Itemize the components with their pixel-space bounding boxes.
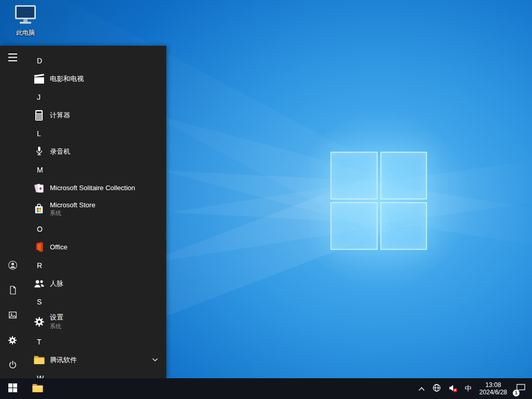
- notification-badge: 1: [513, 390, 520, 396]
- windows-desktop: 此电脑: [0, 0, 532, 399]
- app-label: 计算器: [50, 111, 70, 120]
- action-center-button[interactable]: 1: [511, 378, 532, 399]
- section-letter-r[interactable]: R: [25, 257, 166, 274]
- app-label: 电影和电视: [50, 74, 84, 84]
- section-letter-l[interactable]: L: [25, 125, 166, 142]
- clock-time: 13:08: [485, 381, 501, 389]
- movies-tv-icon: [32, 72, 46, 86]
- documents-icon: [8, 285, 18, 297]
- app-label: Microsoft Store: [50, 201, 95, 209]
- file-explorer-button[interactable]: [25, 378, 50, 399]
- ime-indicator[interactable]: 中: [461, 378, 475, 399]
- app-subtitle: 系统: [50, 323, 63, 330]
- voice-recorder-icon: [32, 144, 46, 159]
- app-item-voice-recorder[interactable]: 录音机: [25, 142, 166, 161]
- windows-logo-wallpaper: [330, 152, 427, 250]
- hamburger-menu-button[interactable]: [0, 46, 25, 71]
- settings-gear-icon: [7, 335, 18, 347]
- start-menu-app-list: D 电影和电视 J: [25, 46, 166, 378]
- section-letter-j[interactable]: J: [25, 88, 166, 105]
- speaker-muted-icon: [448, 383, 458, 394]
- people-icon: [32, 276, 46, 291]
- app-item-tencent-folder[interactable]: 腾讯软件: [25, 350, 166, 369]
- solitaire-icon: [32, 181, 46, 195]
- logo-pane: [330, 202, 378, 250]
- clock[interactable]: 13:08 2024/6/28: [475, 378, 511, 399]
- settings-button[interactable]: [0, 328, 25, 353]
- app-item-office[interactable]: Office: [25, 237, 166, 257]
- app-item-people[interactable]: 人脉: [25, 274, 166, 293]
- desktop-icon-label: 此电脑: [5, 29, 46, 37]
- app-label: 腾讯软件: [50, 355, 77, 365]
- hamburger-icon: [8, 54, 17, 63]
- calculator-icon: [32, 108, 46, 123]
- tray-chevron-up-button[interactable]: [415, 378, 429, 399]
- taskbar: 中 13:08 2024/6/28 1: [0, 378, 532, 399]
- chevron-down-icon[interactable]: [152, 358, 158, 362]
- ime-label: 中: [465, 384, 472, 393]
- app-subtitle: 系统: [50, 209, 95, 217]
- desktop-icon-this-pc[interactable]: 此电脑: [5, 4, 46, 37]
- logo-pane: [380, 152, 428, 200]
- section-letter-o[interactable]: O: [25, 220, 166, 237]
- logo-pane: [380, 202, 428, 250]
- clock-date: 2024/6/28: [480, 389, 507, 396]
- documents-button[interactable]: [0, 278, 25, 303]
- section-letter-s[interactable]: S: [25, 293, 166, 310]
- power-button[interactable]: [0, 353, 25, 378]
- app-item-microsoft-store[interactable]: Microsoft Store 系统: [25, 197, 166, 220]
- app-item-calculator[interactable]: 计算器: [25, 105, 166, 125]
- app-label: Microsoft Solitaire Collection: [50, 184, 135, 192]
- globe-icon: [432, 383, 441, 394]
- windows-logo-icon: [8, 383, 17, 394]
- start-menu: D 电影和电视 J: [0, 46, 166, 378]
- volume-button[interactable]: [445, 378, 461, 399]
- folder-icon: [32, 353, 46, 367]
- rail-bottom-group: [0, 254, 25, 378]
- account-button[interactable]: [0, 254, 25, 278]
- account-icon: [7, 260, 18, 272]
- computer-icon: [14, 4, 37, 28]
- start-menu-rail: [0, 46, 25, 378]
- chevron-up-icon: [418, 385, 425, 393]
- store-icon: [32, 202, 46, 216]
- section-letter-m[interactable]: M: [25, 161, 166, 178]
- logo-pane: [330, 152, 378, 200]
- app-label: 人脉: [50, 279, 63, 288]
- app-item-settings[interactable]: 设置 系统: [25, 310, 166, 333]
- app-label: Office: [50, 243, 68, 251]
- pictures-button[interactable]: [0, 303, 25, 328]
- app-item-solitaire[interactable]: Microsoft Solitaire Collection: [25, 178, 166, 197]
- network-button[interactable]: [429, 378, 445, 399]
- start-button[interactable]: [0, 378, 25, 399]
- app-label: 设置: [50, 313, 63, 322]
- section-letter-w[interactable]: W: [25, 369, 166, 378]
- pictures-icon: [8, 310, 18, 322]
- settings-gear-icon: [32, 314, 46, 329]
- app-item-movies-tv[interactable]: 电影和电视: [25, 69, 166, 88]
- office-icon: [32, 240, 46, 255]
- system-tray: 中 13:08 2024/6/28 1: [415, 378, 532, 399]
- file-explorer-icon: [31, 381, 44, 396]
- section-letter-d[interactable]: D: [25, 52, 166, 69]
- power-icon: [8, 360, 18, 371]
- app-label: 录音机: [50, 147, 70, 156]
- section-letter-t[interactable]: T: [25, 333, 166, 350]
